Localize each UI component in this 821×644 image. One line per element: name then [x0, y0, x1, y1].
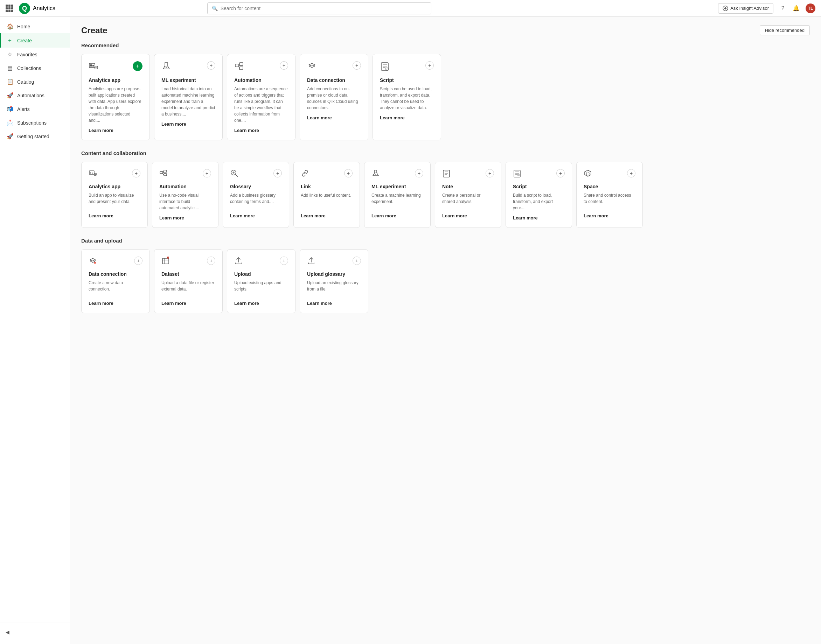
card-add-button[interactable]: +: [353, 61, 361, 70]
svg-marker-26: [586, 172, 589, 175]
card-add-button[interactable]: +: [207, 61, 215, 70]
card-learn-more[interactable]: Learn more: [442, 213, 494, 218]
card-learn-more[interactable]: Learn more: [371, 213, 423, 218]
sidebar-item-subscriptions[interactable]: 📩 Subscriptions: [0, 116, 70, 129]
card-learn-more[interactable]: Learn more: [89, 213, 140, 218]
avatar[interactable]: TL: [806, 3, 815, 13]
card-add-button[interactable]: +: [133, 61, 143, 71]
card-add-button[interactable]: +: [627, 169, 635, 178]
sidebar: 🏠 Home ＋ Create ☆ Favorites ▤ Collection…: [0, 17, 70, 644]
card-add-button[interactable]: +: [132, 169, 140, 178]
card-add-button[interactable]: +: [415, 169, 423, 178]
section-content-collaboration: Content and collaboration: [81, 150, 810, 228]
sidebar-item-automations[interactable]: 🚀 Automations: [0, 89, 70, 102]
sidebar-item-subscriptions-label: Subscriptions: [17, 120, 46, 126]
card-desc: Analytics apps are purpose-built applica…: [89, 86, 143, 124]
card-add-button[interactable]: +: [207, 256, 215, 265]
card-add-button[interactable]: +: [353, 256, 361, 265]
card-name: ML experiment: [371, 184, 423, 189]
card-learn-more[interactable]: Learn more: [307, 115, 361, 120]
card-script-cc[interactable]: + Script Build a script to load, transfo…: [506, 162, 572, 228]
card-header: ✦ +: [89, 256, 143, 267]
card-learn-more[interactable]: Learn more: [513, 215, 565, 221]
card-desc: Add connections to on-premise or cloud d…: [307, 86, 361, 111]
card-upload-du[interactable]: + Upload Upload existing apps and script…: [227, 249, 296, 313]
sidebar-item-getting-started[interactable]: 🚀 Getting started: [0, 129, 70, 143]
collapse-button[interactable]: ◀: [0, 626, 70, 638]
analytics-app-icon: [89, 61, 98, 73]
sidebar-item-favorites[interactable]: ☆ Favorites: [0, 48, 70, 61]
card-desc: Build an app to visualize and present yo…: [89, 192, 140, 209]
data-connection-du-icon: ✦: [89, 256, 97, 267]
card-learn-more[interactable]: Learn more: [234, 301, 288, 306]
svg-rect-19: [164, 170, 167, 172]
card-learn-more[interactable]: Learn more: [230, 213, 282, 218]
card-learn-more[interactable]: Learn more: [301, 213, 353, 218]
card-dataset-du[interactable]: + Dataset Upload a data file or register…: [154, 249, 223, 313]
card-add-button[interactable]: +: [134, 256, 143, 265]
card-learn-more[interactable]: Learn more: [159, 215, 211, 221]
sidebar-item-catalog[interactable]: 📋 Catalog: [0, 75, 70, 89]
sidebar-item-home[interactable]: 🏠 Home: [0, 20, 70, 33]
card-learn-more[interactable]: Learn more: [89, 128, 143, 133]
upload-icon: [234, 256, 242, 267]
search-bar[interactable]: 🔍: [207, 2, 431, 14]
card-space-cc[interactable]: + Space Share and control access to cont…: [576, 162, 643, 228]
help-icon[interactable]: ?: [779, 5, 787, 12]
card-add-button[interactable]: +: [425, 61, 434, 70]
svg-rect-24: [514, 170, 520, 177]
card-desc: Use a no-code visual interface to build …: [159, 192, 211, 211]
card-desc: Upload a data file or register external …: [161, 280, 215, 296]
card-analytics-app-cc[interactable]: + Analytics app Build an app to visualiz…: [81, 162, 148, 228]
card-name: Upload: [234, 271, 288, 277]
card-add-button[interactable]: +: [556, 169, 565, 178]
sidebar-item-create[interactable]: ＋ Create: [0, 33, 70, 48]
recommended-cards-grid: + Analytics app Analytics apps are purpo…: [81, 54, 810, 140]
card-desc: Share and control access to content.: [584, 192, 635, 209]
card-analytics-app-rec[interactable]: + Analytics app Analytics apps are purpo…: [81, 54, 150, 140]
insight-advisor-label: Ask Insight Advisor: [730, 6, 769, 11]
search-input[interactable]: [221, 6, 427, 11]
sidebar-item-favorites-label: Favorites: [17, 52, 37, 57]
card-add-button[interactable]: +: [280, 256, 288, 265]
notifications-icon[interactable]: 🔔: [792, 5, 800, 12]
card-ml-experiment-rec[interactable]: + ML experiment Load historical data int…: [154, 54, 223, 140]
svg-rect-20: [164, 173, 167, 176]
home-icon: 🏠: [7, 23, 13, 30]
card-ml-experiment-cc[interactable]: + ML experiment Create a machine learnin…: [364, 162, 431, 228]
card-desc: Automations are a sequence of actions an…: [234, 86, 288, 124]
card-learn-more[interactable]: Learn more: [161, 121, 215, 127]
hide-recommended-button[interactable]: Hide recommended: [760, 25, 810, 35]
card-add-button[interactable]: +: [280, 61, 288, 70]
card-header: +: [89, 169, 140, 179]
page-header: Create Hide recommended: [81, 25, 810, 35]
card-name: Note: [442, 184, 494, 189]
sidebar-item-collections[interactable]: ▤ Collections: [0, 61, 70, 75]
card-script-rec[interactable]: + Script Scripts can be used to load, tr…: [373, 54, 441, 140]
card-learn-more[interactable]: Learn more: [380, 115, 434, 120]
grid-menu-icon[interactable]: [6, 5, 13, 12]
card-data-connection-rec[interactable]: + Data connection Add connections to on-…: [300, 54, 368, 140]
svg-rect-23: [443, 170, 450, 177]
card-desc: Create a personal or shared analysis.: [442, 192, 494, 209]
card-learn-more[interactable]: Learn more: [307, 301, 361, 306]
card-learn-more[interactable]: Learn more: [89, 301, 143, 306]
sidebar-item-alerts[interactable]: 📬 Alerts: [0, 102, 70, 116]
card-glossary-cc[interactable]: + Glossary Add a business glossary conta…: [223, 162, 289, 228]
card-automation-rec[interactable]: + Automation Automations are a sequence …: [227, 54, 296, 140]
card-learn-more[interactable]: Learn more: [161, 301, 215, 306]
card-data-connection-du[interactable]: ✦ + Data connection Create a new data co…: [81, 249, 150, 313]
card-note-cc[interactable]: + Note Create a personal or shared analy…: [435, 162, 501, 228]
card-upload-glossary-du[interactable]: + Upload glossary Upload an existing glo…: [300, 249, 368, 313]
card-add-button[interactable]: +: [344, 169, 353, 178]
card-link-cc[interactable]: + Link Add links to useful content. Lear…: [293, 162, 360, 228]
card-learn-more[interactable]: Learn more: [584, 213, 635, 218]
insight-advisor-button[interactable]: Ask Insight Advisor: [718, 3, 773, 14]
card-add-button[interactable]: +: [486, 169, 494, 178]
card-add-button[interactable]: +: [203, 169, 211, 178]
card-add-button[interactable]: +: [273, 169, 282, 178]
card-learn-more[interactable]: Learn more: [234, 128, 288, 133]
sidebar-bottom: ◀: [0, 623, 70, 641]
card-name: Upload glossary: [307, 271, 361, 277]
card-automation-cc[interactable]: + Automation Use a no-code visual interf…: [152, 162, 218, 228]
